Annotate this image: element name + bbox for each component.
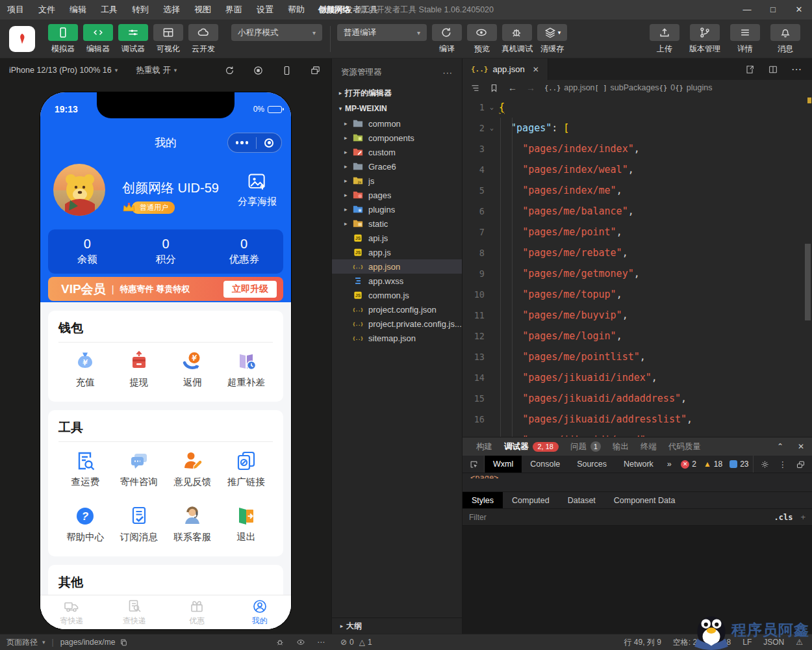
toolbar-action-button[interactable]: ▾ 清缓存 (535, 24, 570, 55)
split-editor-icon[interactable] (768, 64, 778, 75)
file-tree-item[interactable]: ▸ static (332, 216, 462, 231)
breadcrumb-item[interactable]: [ ] subPackages (595, 83, 659, 92)
capsule-menu[interactable] (227, 133, 282, 153)
tool-item[interactable]: 推广链接 (220, 442, 273, 497)
menu-item[interactable]: 选择 (156, 0, 187, 20)
tool-item[interactable]: 订阅消息 (112, 497, 166, 552)
close-button[interactable]: ✕ (786, 0, 812, 20)
debugger-tab[interactable]: 终端 (635, 437, 663, 456)
styles-tab[interactable]: Computed (503, 492, 559, 508)
toolbar-action-button[interactable]: 编译 (429, 24, 464, 55)
warning-count[interactable]: ▲18 (704, 460, 722, 469)
styles-tab[interactable]: Dataset (559, 492, 605, 508)
file-tree-item[interactable]: JS app.js (332, 245, 462, 259)
fold-icon[interactable]: ⌄ (485, 97, 499, 118)
debugger-tab[interactable]: 构建 (470, 437, 498, 456)
breadcrumb-item[interactable]: {..} app.json (544, 83, 595, 92)
file-tree-item[interactable]: {..} project.private.config.js... (332, 317, 462, 331)
tool-item[interactable]: 寄件咨询 (112, 442, 166, 497)
file-tree-item[interactable]: ▸ pages (332, 188, 462, 202)
outline-section[interactable]: ▸大纲 (332, 618, 462, 634)
file-tree-item[interactable]: {..} project.config.json (332, 302, 462, 317)
record-icon[interactable] (253, 65, 264, 76)
fold-icon[interactable]: ⌄ (485, 118, 499, 138)
refresh-icon[interactable] (224, 65, 235, 76)
share-poster-button[interactable]: 分享海报 (238, 172, 277, 216)
rotate-device-icon[interactable] (281, 65, 292, 76)
upgrade-vip-button[interactable]: 立即升级 (223, 281, 277, 298)
tool-item[interactable]: 联系客服 (166, 497, 220, 552)
problems-status[interactable]: ⊘ 0 △ 1 (331, 638, 463, 647)
file-tree-item[interactable]: ▸ common (332, 116, 462, 131)
debug-status-icon[interactable] (275, 638, 285, 647)
kebab-menu-icon[interactable]: ⋮ (779, 460, 787, 469)
close-panel-icon[interactable]: ✕ (798, 442, 804, 451)
undock-icon[interactable] (796, 460, 806, 469)
tool-item[interactable]: 退出 (220, 497, 273, 552)
file-tree-item[interactable]: {..} sitemap.json (332, 331, 462, 345)
styles-tab[interactable]: Styles (463, 492, 503, 508)
add-rule-icon[interactable]: + (800, 512, 806, 522)
error-count[interactable]: ✕2 (681, 460, 696, 469)
filter-input[interactable] (469, 513, 768, 522)
breadcrumb-item[interactable]: {} 0 (659, 83, 676, 92)
panel-toggle-button[interactable]: 编辑器 (81, 24, 116, 55)
file-tree-item[interactable]: ▸ plugins (332, 202, 462, 216)
devtools-tab[interactable]: Network (615, 456, 662, 473)
panel-toggle-button[interactable]: 云开发 (186, 24, 221, 55)
stat-item[interactable]: 0 积分 (127, 237, 205, 266)
stat-item[interactable]: 0 余额 (48, 237, 127, 266)
wallet-item[interactable]: 超重补差 (220, 343, 273, 398)
wallet-item[interactable]: ¥ 充值 (58, 343, 112, 398)
devtools-tab[interactable]: Console (522, 456, 568, 473)
toolbar-action-button[interactable]: 真机调试 (500, 24, 535, 55)
menu-item[interactable]: 文件 (31, 0, 62, 20)
tabbar-item[interactable]: 我的 (229, 595, 292, 629)
more-status-icon[interactable]: ⋯ (317, 638, 325, 647)
more-icon[interactable]: ··· (443, 68, 453, 77)
scrollbar-thumb[interactable] (805, 244, 811, 320)
gear-icon[interactable] (760, 460, 770, 469)
debugger-tab[interactable]: 问题 1 (565, 437, 607, 456)
file-tree-item[interactable]: {..} app.json 1 (332, 259, 462, 274)
breadcrumb-item[interactable]: {} plugins (675, 83, 712, 92)
menu-item[interactable]: 工具 (94, 0, 125, 20)
toolbar-action-button[interactable]: 预览 (464, 24, 500, 55)
page-path-value[interactable]: pages/index/me (60, 638, 116, 647)
menu-item[interactable]: 转到 (125, 0, 156, 20)
toolbar-right-button[interactable]: 版本管理 (685, 24, 725, 55)
file-tree-item[interactable]: ▸ components (332, 131, 462, 145)
file-tree-item[interactable]: app.wxss (332, 274, 462, 288)
page-path-label[interactable]: 页面路径 (6, 637, 38, 648)
devtools-tab[interactable]: Sources (568, 456, 615, 473)
avatar[interactable] (53, 164, 105, 216)
toolbar-right-button[interactable]: 消息 (765, 24, 806, 55)
wallet-item[interactable]: ¥ 返佣 (166, 343, 220, 398)
menu-item[interactable]: 编辑 (62, 0, 94, 20)
toolbar-right-button[interactable]: 详情 (725, 24, 765, 55)
file-tree-item[interactable]: JS api.js (332, 231, 462, 245)
tab-overflow-icon[interactable]: » (662, 456, 677, 473)
stat-item[interactable]: 0 优惠券 (205, 237, 283, 266)
panel-toggle-button[interactable]: 调试器 (116, 24, 151, 55)
device-select[interactable]: iPhone 12/13 (Pro) 100% 16▾ (9, 66, 118, 75)
inspect-element-icon[interactable] (469, 460, 479, 469)
tool-item[interactable]: 查运费 (58, 442, 112, 497)
project-root-section[interactable]: ▾MP-WEIXIN (332, 101, 462, 116)
open-editors-section[interactable]: ▸打开的编辑器 (332, 85, 462, 101)
minimize-button[interactable]: — (734, 0, 760, 20)
cls-toggle[interactable]: .cls (774, 513, 793, 522)
file-tree-item[interactable]: ▸ Grace6 (332, 159, 462, 174)
menu-item[interactable]: 项目 (0, 0, 31, 20)
panel-toggle-button[interactable]: 模拟器 (45, 24, 81, 55)
cursor-position[interactable]: 行 49, 列 9 (624, 637, 661, 648)
close-tab-icon[interactable]: ✕ (533, 65, 539, 74)
menu-item[interactable]: 帮助 (281, 0, 312, 20)
file-tree-item[interactable]: ▸ js js (332, 174, 462, 188)
back-icon[interactable]: ← (508, 83, 517, 93)
editor-tab[interactable]: {..} app.json ✕ (463, 58, 548, 80)
tabbar-item[interactable]: 优惠 (166, 595, 229, 629)
wallet-item[interactable]: 提现 (112, 343, 166, 398)
copy-icon[interactable] (120, 638, 128, 647)
code-editor[interactable]: 1⌄ { 2⌄ "pages": [ 3 "pages/index/index"… (463, 96, 812, 437)
